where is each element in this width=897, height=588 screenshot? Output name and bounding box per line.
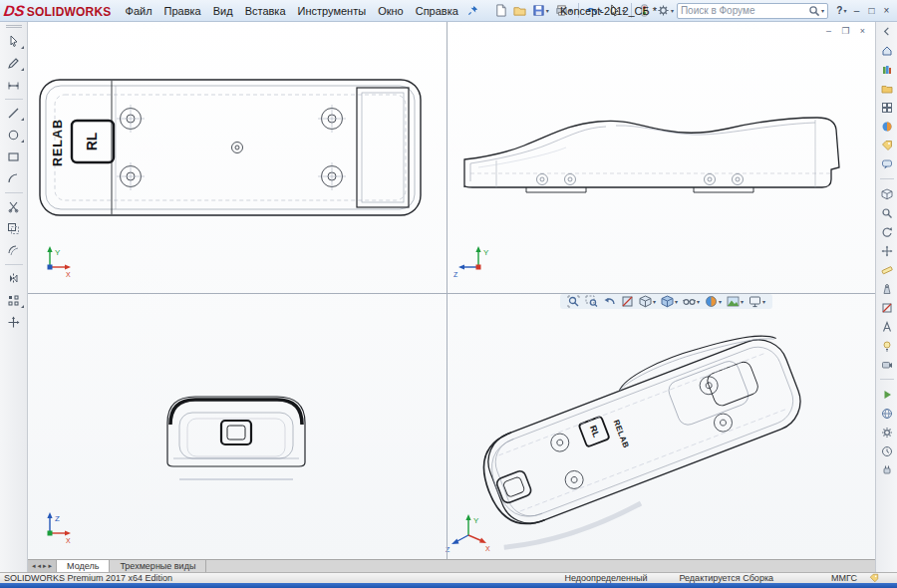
search-caret-icon[interactable]: ▾ xyxy=(821,7,824,14)
menu-tools[interactable]: Инструменты xyxy=(292,2,373,20)
previous-view-icon[interactable] xyxy=(602,295,617,308)
taskbar-edge xyxy=(0,583,897,588)
hide-show-items-icon[interactable]: ▾ xyxy=(682,295,701,308)
toolbar-separator xyxy=(880,379,894,380)
rotate-view-icon[interactable] xyxy=(878,224,896,239)
triad-top-view: Y X xyxy=(47,246,71,278)
constraint-status-label: Недоопределенный xyxy=(565,573,648,583)
mass-properties-icon[interactable] xyxy=(878,281,896,296)
viewport-drawings: RL RELAB xyxy=(28,22,875,559)
tab-model-label: Модель xyxy=(67,561,99,571)
arc-icon[interactable] xyxy=(3,170,25,187)
tab-scroll-last-icon[interactable]: ▸ xyxy=(49,562,53,570)
move-entities-icon[interactable] xyxy=(3,314,25,331)
tab-scroll-first-icon[interactable]: ◂ xyxy=(32,562,36,570)
menu-edit[interactable]: Правка xyxy=(158,2,207,20)
toolbar-separator xyxy=(5,264,23,265)
trim-entities-icon[interactable] xyxy=(3,198,25,215)
zoom-area-icon[interactable] xyxy=(584,295,599,308)
plugin-icon[interactable] xyxy=(878,462,896,477)
forum-icon[interactable] xyxy=(878,156,896,171)
toolbar-handle[interactable] xyxy=(6,25,22,28)
tab-3d-views[interactable]: Трехмерные виды xyxy=(110,560,206,572)
measure-icon[interactable] xyxy=(878,262,896,277)
mirror-entities-icon[interactable] xyxy=(3,270,25,287)
solidworks-logo: DS SOLIDWORKS xyxy=(4,2,112,19)
menu-help[interactable]: Справка xyxy=(410,2,464,20)
circle-icon[interactable] xyxy=(3,127,25,144)
graphics-area[interactable]: RL RELAB xyxy=(28,22,875,559)
view-palette-icon[interactable] xyxy=(878,100,896,115)
view-orientation-icon[interactable]: ▾ xyxy=(638,295,657,308)
line-icon[interactable] xyxy=(3,105,25,122)
display-style-icon[interactable]: ▾ xyxy=(660,295,679,308)
save-button[interactable]: ▾ xyxy=(529,1,552,21)
task-pane-collapse-icon[interactable] xyxy=(878,24,896,39)
viewport-close-icon[interactable]: × xyxy=(856,25,869,37)
relab-brand-label-iso: RELAB xyxy=(612,419,631,449)
motion-study-icon[interactable] xyxy=(878,387,896,402)
tab-scroll-right-icon[interactable]: ▸ xyxy=(43,562,47,570)
menu-file[interactable]: Файл xyxy=(120,2,158,20)
rectangle-icon[interactable] xyxy=(3,148,25,165)
clock-icon[interactable] xyxy=(878,443,896,458)
offset-entities-icon[interactable] xyxy=(3,242,25,259)
close-button[interactable]: × xyxy=(879,2,894,20)
dassault-ds-logo: DS xyxy=(3,2,26,19)
help-button[interactable]: ? ▾ xyxy=(834,2,849,20)
convert-entities-icon[interactable] xyxy=(3,220,25,237)
triad-z-label: Z xyxy=(55,514,60,523)
settings-gear-icon[interactable] xyxy=(878,425,896,440)
file-explorer-icon[interactable] xyxy=(878,81,896,96)
menu-insert[interactable]: Вставка xyxy=(239,2,292,20)
options-button[interactable]: ▾ xyxy=(654,1,677,21)
toolbar-separator xyxy=(880,178,894,179)
side-view-model[interactable] xyxy=(464,118,839,192)
pin-menu-icon[interactable] xyxy=(464,1,481,21)
edit-appearance-icon[interactable]: ▾ xyxy=(704,295,723,308)
design-library-icon[interactable] xyxy=(878,62,896,77)
pan-icon[interactable] xyxy=(878,243,896,258)
camera-icon[interactable] xyxy=(878,357,896,372)
titlebar: DS SOLIDWORKS Файл Правка Вид Вставка Ин… xyxy=(0,0,897,22)
tab-scroll-left-icon[interactable]: ◂ xyxy=(38,562,42,570)
front-view-model[interactable] xyxy=(167,397,305,479)
section-tool-icon[interactable] xyxy=(878,300,896,315)
lights-icon[interactable] xyxy=(878,338,896,353)
tags-icon[interactable] xyxy=(869,573,879,583)
viewport-minimize-icon[interactable]: – xyxy=(822,25,835,37)
rl-logo-label: RL xyxy=(84,132,100,150)
menu-window[interactable]: Окно xyxy=(372,2,410,20)
appearances-scenes-icon[interactable] xyxy=(878,119,896,134)
menu-view[interactable]: Вид xyxy=(207,2,239,20)
zoom-fit-icon[interactable] xyxy=(566,295,581,308)
top-view-model[interactable]: RL RELAB xyxy=(40,80,421,215)
minimize-button[interactable]: – xyxy=(849,2,864,20)
new-document-button[interactable] xyxy=(491,1,510,21)
viewport-restore-icon[interactable]: ❐ xyxy=(839,25,852,37)
sketch-pencil-icon[interactable] xyxy=(3,55,25,72)
annotations-icon[interactable] xyxy=(878,319,896,334)
globe-icon[interactable] xyxy=(878,406,896,421)
maximize-button[interactable]: □ xyxy=(864,2,879,20)
view-settings-icon[interactable]: ▾ xyxy=(748,295,766,308)
status-bar: SOLIDWORKS Premium 2017 x64 Edition Недо… xyxy=(0,572,897,583)
linear-pattern-icon[interactable] xyxy=(3,292,25,309)
apply-scene-icon[interactable]: ▾ xyxy=(726,295,745,308)
open-button[interactable] xyxy=(510,1,529,21)
smart-dimension-icon[interactable] xyxy=(3,77,25,94)
search-input[interactable] xyxy=(681,5,808,16)
tab-3d-views-label: Трехмерные виды xyxy=(120,561,195,571)
zoom-icon[interactable] xyxy=(878,205,896,220)
tab-model[interactable]: Модель xyxy=(57,560,110,572)
section-view-icon[interactable] xyxy=(620,295,635,308)
viewport-splitter-vertical[interactable] xyxy=(447,22,448,559)
isometric-view-model[interactable]: RL RELAB xyxy=(462,319,817,557)
search-icon[interactable] xyxy=(808,5,820,17)
window-controls: ? ▾ – □ × xyxy=(834,2,894,20)
select-arrow-icon[interactable] xyxy=(3,33,25,50)
standard-views-icon[interactable] xyxy=(878,186,896,201)
custom-properties-icon[interactable] xyxy=(878,138,896,152)
units-selector[interactable]: ММГС xyxy=(831,573,857,583)
solidworks-resources-icon[interactable] xyxy=(878,43,896,58)
